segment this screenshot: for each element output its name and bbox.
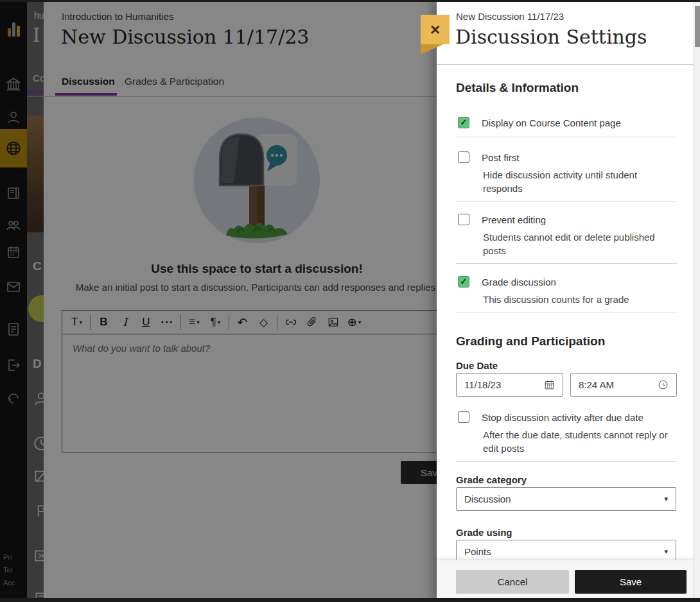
- close-icon: ×: [430, 21, 440, 38]
- option-label[interactable]: Display on Course Content page: [482, 117, 621, 128]
- close-panel-button[interactable]: ×: [421, 15, 450, 44]
- panel-title: Discussion Settings: [455, 26, 647, 48]
- clock-icon[interactable]: [658, 379, 669, 390]
- due-date-label: Due Date: [456, 360, 498, 371]
- window-top-edge: [0, 0, 700, 2]
- option-label[interactable]: Prevent editing: [482, 214, 546, 225]
- option-helper: Hide discussion activity until student r…: [483, 168, 645, 195]
- calendar-icon[interactable]: [544, 379, 555, 390]
- option-label[interactable]: Post first: [482, 152, 519, 163]
- due-date-input[interactable]: 11/18/23: [456, 373, 563, 397]
- checkbox-stop-discussion-after-due[interactable]: ✓: [458, 411, 469, 423]
- checkbox-post-first[interactable]: ✓: [458, 151, 469, 163]
- grade-using-value: Points: [464, 546, 491, 557]
- option-divider: [456, 263, 677, 264]
- grading-participation-heading: Grading and Participation: [456, 334, 605, 348]
- checkbox-grade-discussion[interactable]: ✓: [458, 276, 469, 288]
- option-label[interactable]: Stop discussion activity after due date: [482, 412, 643, 423]
- checkbox-display-on-course-content[interactable]: ✓: [458, 117, 469, 128]
- scrollbar-thumb[interactable]: [695, 6, 700, 47]
- chevron-down-icon: ▾: [664, 495, 668, 503]
- grade-category-label: Grade category: [456, 474, 527, 485]
- checkbox-prevent-editing[interactable]: ✓: [458, 214, 469, 225]
- panel-header-divider: [437, 64, 700, 65]
- grade-category-value: Discussion: [464, 494, 511, 504]
- option-divider: [456, 137, 677, 137]
- due-time-value: 8:24 AM: [579, 379, 658, 390]
- due-date-value: 11/18/23: [464, 379, 544, 390]
- option-divider: [456, 313, 677, 313]
- window-bottom-edge: [0, 598, 700, 602]
- grade-category-select[interactable]: Discussion ▾: [456, 487, 676, 511]
- option-label[interactable]: Grade discussion: [482, 277, 556, 288]
- discussion-settings-panel: New Discussion 11/17/23 Discussion Setti…: [437, 0, 700, 602]
- chevron-down-icon: ▾: [664, 547, 668, 556]
- check-icon: ✓: [459, 117, 469, 128]
- settings-footer: Cancel Save: [437, 560, 700, 598]
- grade-using-label: Grade using: [456, 527, 512, 538]
- option-helper: Students cannot edit or delete published…: [483, 230, 655, 257]
- option-divider: [456, 461, 677, 462]
- option-divider: [456, 201, 677, 202]
- details-information-heading: Details & Information: [456, 81, 579, 95]
- panel-scrollbar[interactable]: [694, 2, 700, 598]
- check-icon: ✓: [459, 277, 469, 287]
- save-button[interactable]: Save: [575, 570, 687, 594]
- option-helper: This discussion counts for a grade: [483, 293, 663, 306]
- option-helper: After the due date, students cannot repl…: [483, 428, 676, 455]
- panel-breadcrumb: New Discussion 11/17/23: [456, 11, 564, 22]
- due-time-input[interactable]: 8:24 AM: [570, 373, 677, 397]
- close-button-tail: [421, 44, 443, 55]
- cancel-button[interactable]: Cancel: [456, 570, 569, 594]
